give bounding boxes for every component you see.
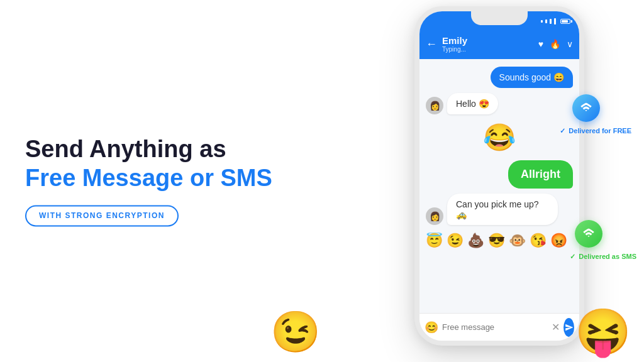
phone-notch <box>471 11 528 25</box>
delivered-free-label: ✓ Delivered for FREE <box>560 127 631 135</box>
emoji-angry[interactable]: 😡 <box>550 233 567 249</box>
status-icons <box>541 18 570 25</box>
avatar-emily: 👩 <box>426 97 443 114</box>
heart-icon[interactable]: ♥ <box>538 39 543 49</box>
decorative-wink-emoji: 😉 <box>270 309 321 356</box>
emoji-cool[interactable]: 😎 <box>488 233 505 249</box>
delivered-sms-label: ✓ Delivered as SMS <box>570 253 636 261</box>
clear-button[interactable]: ✕ <box>552 321 560 333</box>
chat-body: Sounds good 😄 👩 Hello 😍 😂 Allright <box>419 59 579 313</box>
avatar-emily-2: 👩 <box>426 207 443 225</box>
bubble-pickup-text: Can you pick me up? 🚕 <box>456 199 539 219</box>
chat-header: ← Emily Typing... ♥ 🔥 ∨ <box>419 29 579 59</box>
fire-icon[interactable]: 🔥 <box>550 39 560 49</box>
emoji-monkey[interactable]: 🐵 <box>509 233 526 249</box>
headline-line2: Free Message or SMS <box>25 164 277 193</box>
encryption-badge: WITH STRONG ENCRYPTION <box>25 206 179 227</box>
emoji-wink2[interactable]: 😉 <box>447 233 464 249</box>
headline-line1: Send Anything as <box>25 135 277 164</box>
message-row-sounds-good: Sounds good 😄 <box>426 67 573 88</box>
emoji-poop[interactable]: 💩 <box>467 233 484 249</box>
contact-status: Typing... <box>442 46 533 53</box>
bubble-sounds-good-text: Sounds good 😄 <box>499 72 564 82</box>
phone-mockup: ✓ Delivered for FREE ✓ Delivered as SMS <box>405 6 594 356</box>
emoji-row: 😇 😉 💩 😎 🐵 😘 😡 <box>426 230 573 251</box>
bubble-hello: Hello 😍 <box>447 93 498 114</box>
back-button[interactable]: ← <box>426 38 437 51</box>
emoji-halo[interactable]: 😇 <box>426 233 443 249</box>
signal-bar-3 <box>550 19 552 24</box>
chat-input-bar[interactable]: 😊 ✕ <box>419 313 579 341</box>
contact-name: Emily <box>442 35 533 46</box>
emoji-kiss[interactable]: 😘 <box>530 233 547 249</box>
bubble-allright: Allright <box>508 160 573 189</box>
chevron-down-icon[interactable]: ∨ <box>567 39 573 49</box>
decorative-happy-emoji: 😝 <box>575 305 631 359</box>
contact-info: Emily Typing... <box>442 35 533 53</box>
signal-bar-1 <box>541 20 543 23</box>
emoji-picker-button[interactable]: 😊 <box>425 321 438 334</box>
message-row-allright: Allright <box>426 160 573 189</box>
message-row-hello: 👩 Hello 😍 <box>426 93 573 114</box>
header-icons: ♥ 🔥 ∨ <box>538 39 573 49</box>
message-row-pickup: 👩 Can you pick me up? 🚕 <box>426 194 573 225</box>
bubble-allright-text: Allright <box>521 168 560 180</box>
message-input[interactable] <box>442 322 548 332</box>
signal-bar-2 <box>545 19 547 23</box>
send-button[interactable] <box>564 318 574 337</box>
signal-bar-4 <box>554 18 556 25</box>
sms-badge <box>575 220 602 248</box>
emoji-laughing: 😂 <box>426 119 573 155</box>
free-highlight: FREE <box>613 127 631 134</box>
bubble-sounds-good: Sounds good 😄 <box>491 67 573 88</box>
left-section: Send Anything as Free Message or SMS WIT… <box>25 135 277 226</box>
sms-highlight: SMS <box>621 253 636 260</box>
bubble-hello-text: Hello 😍 <box>456 99 489 109</box>
wifi-badge <box>572 94 600 122</box>
bubble-pickup: Can you pick me up? 🚕 <box>447 194 558 225</box>
battery-icon <box>560 19 570 24</box>
phone-outer: ← Emily Typing... ♥ 🔥 ∨ Sounds good 😄 👩 <box>414 6 584 346</box>
